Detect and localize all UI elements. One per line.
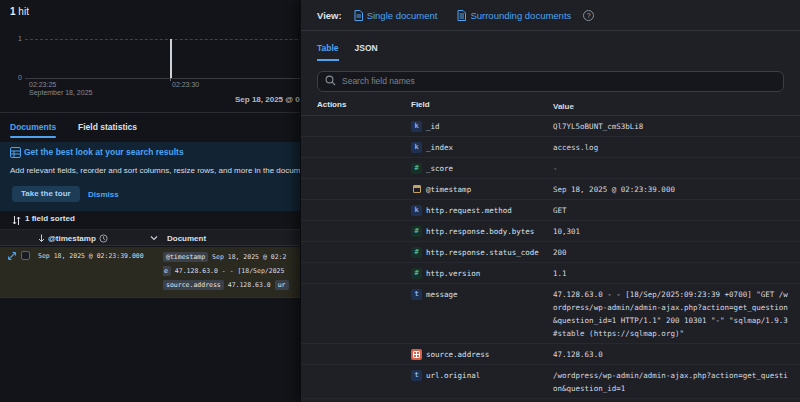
field-value: 10,301: [553, 225, 791, 238]
help-icon[interactable]: ?: [583, 10, 594, 21]
row-checkbox[interactable]: [21, 251, 30, 260]
field-value: 1.1: [553, 267, 791, 280]
search-icon: [325, 75, 336, 86]
keyword-field-icon: k: [411, 121, 422, 132]
field-row-score: #_score -: [301, 158, 800, 179]
surrounding-documents-link[interactable]: Surrounding documents: [457, 10, 571, 21]
date-field-icon: [411, 184, 422, 195]
number-field-icon: #: [411, 163, 422, 174]
field-name: @timestamp: [426, 183, 471, 196]
x-axis-date-label: September 18, 2025: [29, 89, 92, 96]
field-name: http.request.method: [426, 204, 512, 217]
tab-field-statistics[interactable]: Field statistics: [78, 122, 137, 132]
document-details-flyout: View: Single document Surrounding docume…: [300, 0, 800, 402]
hit-count: 1 hit: [10, 6, 29, 17]
table-icon: [10, 147, 21, 158]
field-row-http-version: #http.version 1.1: [301, 263, 800, 284]
text-field-icon: t: [411, 370, 422, 381]
row-timestamp: Sep 18, 2025 @ 02:23:39.000: [38, 252, 144, 260]
field-name: _index: [426, 141, 453, 154]
callout-title: Get the best look at your search results: [24, 147, 184, 157]
flyout-header: View: Single document Surrounding docume…: [301, 0, 800, 31]
actions-header: Actions: [317, 100, 411, 115]
field-header: Field: [411, 100, 553, 115]
time-range-caption: Sep 18, 2025 @ 02: [235, 95, 304, 104]
field-name: url.original: [426, 369, 480, 382]
field-badge-clipped: e: [163, 266, 171, 276]
field-search: [317, 70, 784, 92]
tab-table[interactable]: Table: [317, 43, 339, 61]
y-tick-label: 0: [8, 74, 22, 81]
field-value: Sep 18, 2025 @ 02:23:39.000: [553, 183, 791, 196]
field-name: http.version: [426, 267, 480, 280]
x-tick-label: 02:23:30: [172, 81, 199, 88]
field-row-message: tmessage 47.128.63.0 - - [18/Sep/2025:09…: [301, 284, 800, 344]
field-row-timestamp: @timestamp Sep 18, 2025 @ 02:23:39.000: [301, 179, 800, 200]
keyword-field-icon: k: [411, 142, 422, 153]
dismiss-button[interactable]: Dismiss: [88, 190, 119, 199]
text-field-icon: t: [411, 289, 422, 300]
field-row-index: k_index access.log: [301, 137, 800, 158]
search-field-names-input[interactable]: [317, 71, 784, 92]
column-menu-chevron-icon[interactable]: [150, 235, 158, 241]
number-field-icon: #: [411, 268, 422, 279]
field-name: _id: [426, 120, 440, 133]
fields-table: Actions Field Value k_id Ql7YL5oBUNT_cmS…: [301, 92, 800, 399]
sorted-fields-label: 1 field sorted: [25, 214, 75, 223]
callout-body: Add relevant fields, reorder and sort co…: [10, 166, 305, 175]
x-axis-tick: [170, 78, 171, 81]
field-badge-clipped: ur: [275, 280, 289, 290]
document-icon: [354, 10, 363, 21]
active-tab-underline: [10, 136, 56, 138]
number-field-icon: #: [411, 247, 422, 258]
x-tick-label: 02:23:25: [29, 81, 56, 88]
field-value: /wordpress/wp-admin/admin-ajax.php?actio…: [553, 369, 791, 395]
field-value: GET: [553, 204, 791, 217]
single-document-link[interactable]: Single document: [354, 10, 438, 21]
sort-fields-icon: [12, 215, 21, 226]
field-row-source-address: source.address 47.128.63.0: [301, 344, 800, 365]
fields-table-header: Actions Field Value: [301, 92, 800, 116]
ip-field-icon: [411, 349, 422, 360]
expand-document-icon[interactable]: [7, 251, 17, 261]
tab-json[interactable]: JSON: [355, 43, 378, 61]
field-name: _score: [426, 162, 453, 175]
field-value: Ql7YL5oBUNT_cmS3bLi8: [553, 120, 791, 133]
field-row-http-request-method: khttp.request.method GET: [301, 200, 800, 221]
view-label: View:: [317, 10, 342, 21]
field-row-url-original: turl.original /wordpress/wp-admin/admin-…: [301, 365, 800, 399]
field-row-http-response-body-bytes: #http.response.body.bytes 10,301: [301, 221, 800, 242]
field-value: -: [553, 162, 791, 175]
tab-documents[interactable]: Documents: [10, 122, 56, 132]
histogram-bar[interactable]: [170, 39, 172, 78]
field-name: message: [426, 288, 458, 301]
field-name: http.response.body.bytes: [426, 225, 534, 238]
field-badge: @timestamp: [163, 252, 208, 262]
clock-icon: [99, 234, 108, 243]
field-badge: source.address: [163, 280, 224, 290]
keyword-field-icon: k: [411, 205, 422, 216]
sort-desc-icon: [38, 234, 45, 243]
field-value: 47.128.63.0 - - [18/Sep/2025:09:23:39 +0…: [553, 288, 791, 340]
discover-app: 1 hit 1 0 02:23:25 02:23:30 September 18…: [0, 0, 800, 402]
field-row-http-response-status-code: #http.response.status_code 200: [301, 242, 800, 263]
number-field-icon: #: [411, 226, 422, 237]
field-name: source.address: [426, 348, 489, 361]
timestamp-column-header[interactable]: @timestamp: [38, 234, 108, 243]
field-name: http.response.status_code: [426, 246, 539, 259]
field-value: 47.128.63.0: [553, 348, 791, 361]
field-value: access.log: [553, 141, 791, 154]
document-column-header[interactable]: Document: [167, 234, 206, 243]
take-tour-button[interactable]: Take the tour: [12, 186, 80, 202]
flyout-tabs: Table JSON: [301, 31, 800, 61]
field-row-id: k_id Ql7YL5oBUNT_cmS3bLi8: [301, 116, 800, 137]
value-header: Value: [553, 100, 791, 115]
documents-icon: [457, 10, 466, 21]
field-value: 200: [553, 246, 791, 259]
y-tick-label: 1: [8, 35, 22, 42]
